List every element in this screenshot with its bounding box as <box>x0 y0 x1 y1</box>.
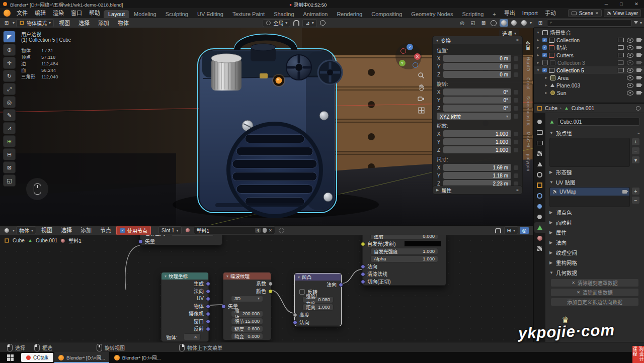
workspace-tab-rendering[interactable]: Rendering <box>332 10 367 18</box>
node-header[interactable]: ▾ 凹凸 <box>295 274 341 281</box>
remove-vertex-group-button[interactable]: − <box>631 147 640 155</box>
expander-icon[interactable]: ▸ <box>536 53 540 57</box>
mode-dropdown[interactable]: 物体模式 ▾ <box>16 19 54 27</box>
hide-icon[interactable] <box>627 53 633 58</box>
socket[interactable] <box>206 304 210 309</box>
shading-solid-button[interactable] <box>500 19 508 27</box>
mesh-name-field[interactable]: Cube.001 <box>557 118 640 126</box>
expander-icon[interactable]: ▸ <box>536 45 540 50</box>
workspace-tab-modeling[interactable]: Modeling <box>129 10 161 18</box>
rotation-z-field[interactable]: 0° <box>443 105 511 112</box>
transmission-field[interactable]: 透射0.000 <box>370 235 438 240</box>
socket[interactable] <box>206 327 210 331</box>
exclude-checkbox[interactable]: ✓ <box>542 38 547 42</box>
disable-viewport-icon[interactable] <box>618 38 624 42</box>
tab-object[interactable] <box>534 180 545 191</box>
gizmo-z-axis[interactable]: Z <box>407 44 413 50</box>
animate-decorator[interactable] <box>514 182 518 186</box>
close-icon[interactable]: ✕ <box>595 11 599 16</box>
chevron-down-icon[interactable]: ▾ <box>640 21 642 25</box>
disable-viewport-icon[interactable] <box>618 60 624 65</box>
workspace-tab-uv-editing[interactable]: UV Editing <box>193 10 228 18</box>
tab-physics[interactable] <box>534 201 545 212</box>
filter-icon[interactable] <box>634 21 638 24</box>
exclude-checkbox[interactable]: ✓ <box>542 53 547 57</box>
location-x-field[interactable]: 0 m <box>443 55 511 62</box>
xray-icon[interactable]: ⊠ <box>479 19 488 27</box>
panel-uv-maps[interactable]: ▼UV 贴图 <box>545 177 644 187</box>
socket[interactable] <box>206 289 210 294</box>
slot-dropdown[interactable]: Slot 1▾ <box>158 226 182 234</box>
socket[interactable] <box>206 319 210 324</box>
disable-viewport-icon[interactable] <box>618 53 624 57</box>
animate-decorator[interactable] <box>514 114 518 119</box>
distortion-field[interactable]: 畸变0.000 <box>231 333 263 340</box>
sidebar-tab-hardops[interactable]: HardO <box>526 54 531 74</box>
socket[interactable] <box>206 312 210 316</box>
emission-strength-field[interactable]: 自发光强度1.000 <box>370 248 438 255</box>
hide-icon[interactable] <box>627 60 633 65</box>
disable-render-icon[interactable] <box>636 38 641 42</box>
tab-constraints[interactable] <box>534 212 545 222</box>
shader-editor-type-icon[interactable] <box>2 227 11 234</box>
shader-menu-view[interactable]: 视图 <box>38 226 56 235</box>
outliner-search-input[interactable]: ⌕ <box>547 19 632 27</box>
material-user-count[interactable]: 4 <box>255 228 261 233</box>
start-button[interactable] <box>0 352 20 363</box>
scale-z-field[interactable]: 1.000 <box>443 146 511 153</box>
shading-material-button[interactable] <box>510 19 518 27</box>
tool-rotate[interactable]: ↻ <box>3 70 16 82</box>
tool-extra-1[interactable]: ⊟ <box>3 148 16 160</box>
snap-target-dropdown[interactable]: ⊿ ▾ <box>302 19 316 27</box>
shader-type-dropdown[interactable]: 物体▾ <box>16 226 36 234</box>
colorspace-dropdown[interactable]: Non-Color▾ <box>171 235 214 236</box>
workspace-tab-shading[interactable]: Shading <box>269 10 298 18</box>
uv-render-icon[interactable] <box>622 190 627 194</box>
exclude-checkbox[interactable]: ✓ <box>542 68 547 72</box>
outliner-row-collection[interactable]: ▸ ✓ Collection <box>534 36 644 44</box>
emission-color-swatch[interactable] <box>404 240 441 247</box>
clear-face-sets-button[interactable]: ✕清除面集数据 <box>550 288 639 297</box>
disable-render-icon[interactable] <box>636 91 641 95</box>
shader-menu-select[interactable]: 选择 <box>57 226 75 235</box>
location-y-field[interactable]: 0 m <box>443 63 511 70</box>
shading-options-caret-icon[interactable]: ▾ <box>530 21 532 25</box>
overlays-icon[interactable]: ◱ <box>468 19 477 27</box>
fake-user-shield-icon[interactable] <box>263 228 267 233</box>
pin-icon[interactable] <box>636 106 640 111</box>
height-socket[interactable] <box>293 313 297 317</box>
breadcrumb-data[interactable]: Cube.001 <box>572 105 595 111</box>
tab-output[interactable] <box>534 138 545 148</box>
emission-socket[interactable] <box>361 242 365 246</box>
panel-face-maps[interactable]: ▶面映射 <box>545 217 644 227</box>
node-header[interactable]: ▾ 噪波纹理 <box>223 273 271 280</box>
node-canvas[interactable]: Cube Cube.001 塑料1 色彩空间 Non-Color▾ <box>0 235 533 342</box>
tool-add-cube[interactable]: ⊞ <box>3 135 16 147</box>
node-header[interactable]: ▾ 纹理坐标 <box>162 273 208 280</box>
remove-uv-map-button[interactable]: − <box>631 196 640 204</box>
animate-decorator[interactable] <box>514 64 518 69</box>
object-field[interactable]: ✕ <box>183 333 201 340</box>
snap-mode-dropdown[interactable]: ⊞▾ <box>504 226 518 234</box>
close-button[interactable]: ✕ <box>629 0 644 8</box>
workspace-tab-animation[interactable]: Animation <box>299 10 333 18</box>
panel-texture-space[interactable]: ▶纹理空间 <box>545 247 644 257</box>
editor-type-icon[interactable]: ⊞ <box>2 19 11 27</box>
tool-scale[interactable]: ⤢ <box>3 83 16 95</box>
expander-icon[interactable]: ▾ <box>536 30 540 35</box>
vector-socket[interactable] <box>221 304 226 309</box>
tab-material[interactable] <box>534 233 545 243</box>
disable-render-icon[interactable] <box>636 53 641 57</box>
tool-move[interactable]: ✛ <box>3 57 16 69</box>
outliner-row-scene-collection[interactable]: ▾ 场景集合 <box>534 29 644 36</box>
tab-texture[interactable] <box>534 243 545 254</box>
sidebar-tab-machin3[interactable]: MACHI <box>526 129 531 151</box>
add-custom-split-normals-button[interactable]: 添加自定义拆边法向数据 <box>550 298 639 306</box>
minimize-button[interactable]: ─ <box>599 0 614 8</box>
tool-extra-2[interactable]: ⊠ <box>3 161 16 173</box>
workspace-tab-sculpting[interactable]: Sculpting <box>161 10 193 18</box>
panel-attributes[interactable]: ▶属性 <box>545 227 644 237</box>
distance-field[interactable]: 距离1.000 <box>302 304 334 311</box>
menu-help[interactable]: 帮助 <box>86 8 104 18</box>
outliner-row-collection-3[interactable]: ▸ Collection 3 <box>534 59 644 66</box>
